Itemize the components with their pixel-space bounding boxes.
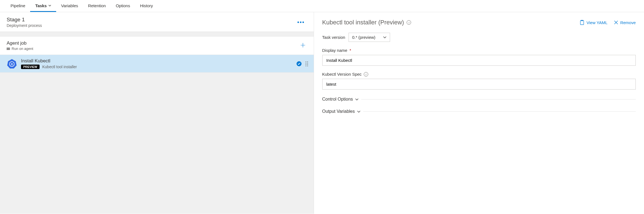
svg-point-16 — [307, 64, 308, 65]
job-header[interactable]: Agent job Run on agent — [0, 36, 314, 55]
stage-header[interactable]: Stage 1 Deployment process ••• — [0, 12, 314, 32]
version-spec-label: Kubectl Version Spec — [322, 72, 362, 77]
view-yaml-button[interactable]: View YAML — [580, 20, 607, 25]
task-version-select[interactable]: 0.* (preview) — [349, 33, 390, 42]
info-icon[interactable]: i — [364, 72, 368, 77]
close-icon — [614, 21, 618, 24]
svg-point-15 — [305, 64, 306, 65]
svg-rect-19 — [580, 21, 584, 25]
agent-icon — [7, 48, 10, 50]
check-icon — [297, 61, 302, 66]
svg-point-18 — [307, 65, 308, 66]
job-name: Agent job — [7, 40, 33, 46]
svg-point-14 — [307, 63, 308, 63]
control-options-section[interactable]: Control Options — [322, 97, 359, 102]
task-description: Kubectl tool installer — [42, 65, 77, 69]
task-version-value: 0.* (preview) — [352, 35, 375, 40]
chevron-down-icon — [355, 98, 359, 100]
left-panel: Stage 1 Deployment process ••• Agent job… — [0, 12, 314, 214]
chevron-down-icon — [357, 111, 360, 113]
svg-point-11 — [305, 61, 306, 62]
control-options-label: Control Options — [322, 97, 353, 102]
svg-line-8 — [10, 65, 11, 65]
tab-options[interactable]: Options — [111, 0, 135, 12]
add-task-button[interactable] — [299, 41, 307, 50]
chevron-down-icon — [48, 5, 51, 6]
view-yaml-label: View YAML — [586, 20, 607, 25]
tab-tasks-label: Tasks — [35, 3, 46, 8]
svg-line-5 — [14, 65, 14, 65]
svg-point-17 — [305, 65, 306, 66]
task-name: Install Kubectl — [21, 58, 293, 64]
stage-subtitle: Deployment process — [7, 23, 42, 28]
remove-label: Remove — [620, 20, 636, 25]
required-indicator: * — [349, 48, 351, 53]
svg-point-12 — [307, 61, 308, 62]
stage-name: Stage 1 — [7, 17, 42, 23]
drag-handle-icon[interactable] — [305, 61, 308, 66]
tab-history[interactable]: History — [135, 0, 158, 12]
kubernetes-icon — [7, 58, 17, 69]
tab-retention[interactable]: Retention — [83, 0, 111, 12]
chevron-down-icon — [383, 36, 386, 38]
preview-badge: PREVIEW — [21, 65, 40, 69]
tab-pipeline[interactable]: Pipeline — [6, 0, 30, 12]
info-icon[interactable]: i — [407, 20, 411, 25]
job-subtitle: Run on agent — [12, 47, 33, 51]
more-actions-button[interactable]: ••• — [295, 18, 307, 27]
panel-title: Kubectl tool installer (Preview) — [322, 19, 404, 26]
remove-button[interactable]: Remove — [614, 20, 636, 25]
clipboard-icon — [580, 20, 584, 25]
task-version-label: Task version — [322, 35, 345, 40]
divider — [363, 111, 636, 112]
tab-variables[interactable]: Variables — [56, 0, 83, 12]
divider — [361, 99, 636, 100]
output-variables-label: Output Variables — [322, 109, 355, 114]
tab-tasks[interactable]: Tasks — [30, 0, 56, 12]
svg-point-2 — [11, 63, 13, 65]
right-panel: Kubectl tool installer (Preview) i View … — [314, 12, 644, 214]
output-variables-section[interactable]: Output Variables — [322, 109, 360, 114]
svg-point-13 — [305, 63, 306, 63]
display-name-label: Display name — [322, 48, 347, 53]
display-name-input[interactable] — [322, 55, 636, 66]
tab-bar: Pipeline Tasks Variables Retention Optio… — [0, 0, 644, 12]
version-spec-input[interactable] — [322, 79, 636, 90]
task-item-install-kubectl[interactable]: Install Kubectl PREVIEW Kubectl tool ins… — [0, 55, 314, 73]
